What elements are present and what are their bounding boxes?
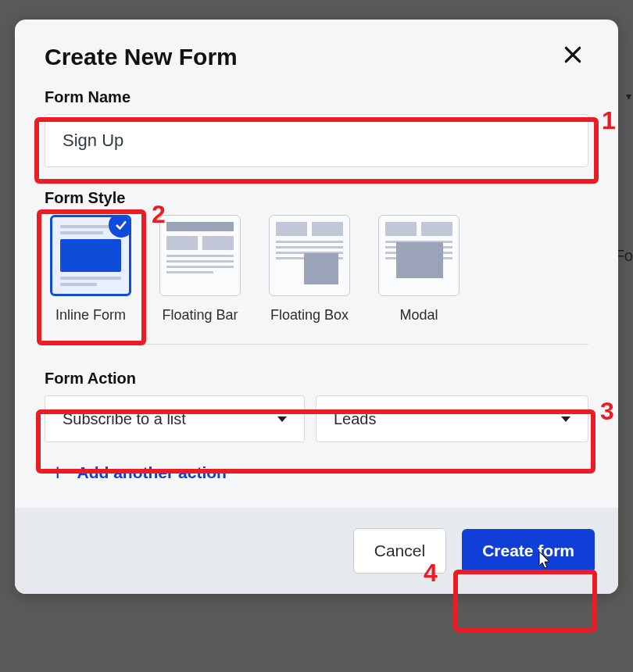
create-form-button[interactable]: Create form: [462, 529, 595, 573]
style-label-floating-bar: Floating Bar: [162, 307, 238, 323]
style-card-inline-form[interactable]: [50, 215, 131, 296]
form-style-options: Inline Form Floating Bar: [45, 215, 588, 323]
modal-body: Form Name Form Style Inline Form: [15, 73, 618, 508]
action-target-select[interactable]: Leads: [316, 395, 588, 442]
modal-footer: Cancel Create form: [15, 508, 618, 594]
floating-box-preview: [276, 222, 343, 289]
form-name-label: Form Name: [45, 88, 588, 106]
modal-title: Create New Form: [45, 44, 238, 70]
style-option-modal[interactable]: Modal: [373, 215, 465, 323]
style-option-floating-bar[interactable]: Floating Bar: [154, 215, 246, 323]
form-action-label: Form Action: [45, 370, 588, 388]
add-another-action-label: Add another action: [77, 463, 227, 482]
background-dropdown-caret: ▾: [626, 90, 631, 102]
style-option-inline-form[interactable]: Inline Form: [45, 215, 137, 323]
close-button[interactable]: [557, 41, 588, 73]
create-form-modal: Create New Form Form Name Form Style: [15, 20, 618, 594]
action-target-value: Leads: [334, 410, 377, 428]
cancel-button[interactable]: Cancel: [353, 528, 446, 574]
style-label-inline: Inline Form: [55, 307, 126, 323]
chevron-down-icon: [277, 416, 287, 422]
form-style-label: Form Style: [45, 189, 588, 207]
style-card-floating-box[interactable]: [269, 215, 350, 296]
floating-bar-preview: [166, 222, 234, 289]
cursor-icon: [535, 550, 553, 574]
style-label-floating-box: Floating Box: [270, 307, 349, 323]
create-form-label: Create form: [482, 542, 574, 559]
form-name-input[interactable]: [45, 114, 588, 167]
style-card-floating-bar[interactable]: [159, 215, 241, 296]
chevron-down-icon: [561, 416, 570, 422]
style-option-floating-box[interactable]: Floating Box: [263, 215, 356, 323]
close-icon: [563, 44, 583, 70]
divider: [45, 344, 588, 345]
modal-header: Create New Form: [15, 20, 618, 73]
action-type-value: Subscribe to a list: [63, 410, 186, 428]
modal-style-preview: [385, 222, 452, 289]
add-another-action-button[interactable]: + Add another action: [45, 461, 588, 484]
action-type-select[interactable]: Subscribe to a list: [45, 395, 305, 442]
style-card-modal[interactable]: [378, 215, 460, 296]
selected-check-icon: [109, 215, 131, 238]
plus-icon: +: [51, 461, 65, 484]
style-label-modal: Modal: [399, 307, 438, 323]
form-action-row: Subscribe to a list Leads: [45, 395, 588, 442]
